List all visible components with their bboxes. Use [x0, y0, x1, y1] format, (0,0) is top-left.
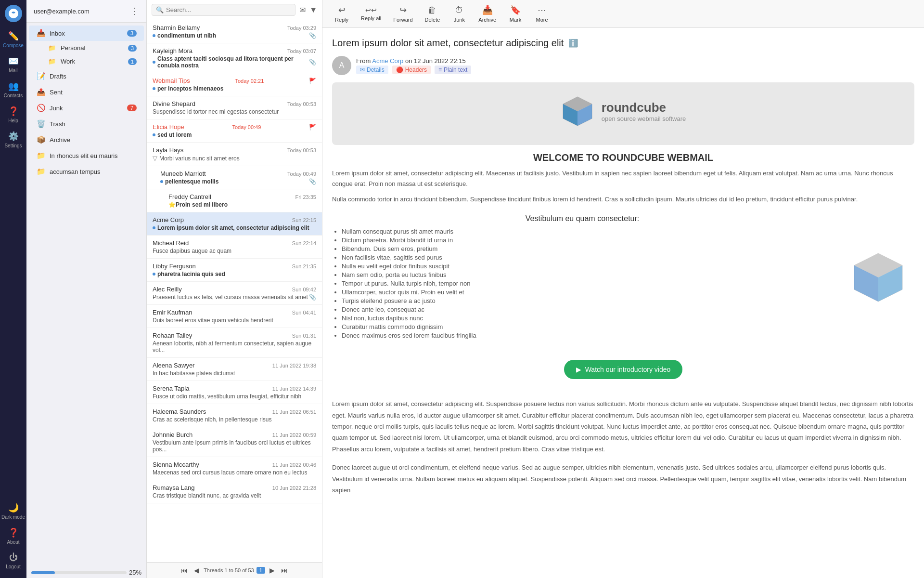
- details-tag[interactable]: ✉ Details: [356, 66, 388, 74]
- sidebar-item-inbox[interactable]: 📥 Inbox 3: [29, 26, 144, 41]
- list-item[interactable]: Elicia Hope Today 00:49 🚩 sed ut lorem: [147, 119, 322, 143]
- list-item: Curabitur mattis commodo dignissim: [342, 323, 833, 330]
- darkmode-icon: 🌙: [8, 502, 19, 513]
- email-date: 10 Jun 2022 21:28: [272, 485, 316, 491]
- email-sender: Libby Ferguson: [153, 263, 196, 270]
- email-sender: Elicia Hope: [153, 123, 184, 131]
- headers-tag[interactable]: 🔴 Headers: [392, 66, 431, 74]
- list-item[interactable]: Sienna Mccarthy 11 Jun 2022 00:46 Maecen…: [147, 457, 322, 480]
- list-item[interactable]: Johnnie Burch 11 Jun 2022 00:59 Vestibul…: [147, 427, 322, 457]
- sidebar-item-logout[interactable]: ⏻ Logout: [1, 549, 25, 573]
- list-item[interactable]: Aleena Sawyer 11 Jun 2022 19:38 In hac h…: [147, 358, 322, 381]
- forward-label: Forward: [393, 17, 412, 23]
- list-dropdown-button[interactable]: ▼: [309, 6, 317, 14]
- sidebar-item-junk[interactable]: 🚫 Junk 7: [29, 100, 144, 116]
- junk-label: Junk: [50, 105, 123, 112]
- email-sender: Aleena Sawyer: [153, 362, 194, 369]
- about-icon: ❓: [8, 527, 19, 538]
- reply-all-button[interactable]: ↩↩ Reply all: [356, 4, 386, 24]
- sidebar-item-darkmode[interactable]: 🌙 Dark mode: [1, 499, 25, 524]
- sidebar: ✏️ Compose ✉️ Mail 👥 Contacts ❓ Help ⚙️ …: [0, 0, 26, 578]
- list-item: Dictum pharetra. Morbi blandit id urna i…: [342, 236, 833, 244]
- sidebar-item-about[interactable]: ❓ About: [1, 524, 25, 549]
- mark-button[interactable]: 🔖 Mark: [503, 2, 527, 25]
- forward-button[interactable]: ↪ Forward: [388, 2, 417, 25]
- reply-all-label: Reply all: [361, 15, 381, 21]
- email-sender: Divine Shepard: [153, 100, 195, 107]
- sidebar-item-compose[interactable]: ✏️ Compose: [0, 27, 26, 52]
- email-date: Today 02:21: [235, 78, 264, 84]
- email-subject: Class aptent taciti sociosqu ad litora t…: [157, 55, 309, 69]
- search-input[interactable]: [166, 6, 291, 13]
- work-folder-icon: 📁: [48, 58, 57, 65]
- reply-button[interactable]: ↩ Reply: [330, 2, 354, 25]
- sidebar-item-drafts[interactable]: 📝 Drafts: [29, 68, 144, 84]
- sidebar-item-help[interactable]: ❓ Help: [0, 102, 26, 127]
- list-item[interactable]: Serena Tapia 11 Jun 2022 14:39 Fusce ut …: [147, 381, 322, 404]
- last-page-button[interactable]: ⏭: [279, 565, 290, 575]
- personal-folder-icon: 📁: [48, 44, 57, 52]
- body-para-2: Nulla commodo tortor in arcu tincidunt b…: [332, 194, 914, 205]
- search-box[interactable]: 🔍: [152, 4, 295, 16]
- list-item[interactable]: Emir Kaufman Sun 04:41 Duis laoreet eros…: [147, 305, 322, 328]
- trash-icon: 🗑️: [36, 119, 46, 128]
- watch-video-button[interactable]: ▶ Watch our introductory video: [564, 360, 683, 379]
- plain-tag[interactable]: ≡ Plain text: [435, 66, 471, 74]
- list-item[interactable]: Haleema Saunders 11 Jun 2022 06:51 Cras …: [147, 404, 322, 427]
- sidebar-item-rhoncus[interactable]: 📁 In rhoncus elit eu mauris: [29, 148, 144, 163]
- list-item[interactable]: Rohaan Talley Sun 01:31 Aenean lobortis,…: [147, 328, 322, 358]
- list-item[interactable]: Kayleigh Mora Today 03:07 Class aptent t…: [147, 43, 322, 73]
- list-item[interactable]: Freddy Cantrell Fri 23:35 ⭐ Proin sed mi…: [147, 189, 322, 212]
- contacts-icon: 👥: [8, 81, 19, 92]
- list-item[interactable]: Micheal Reid Sun 22:14 Fusce dapibus aug…: [147, 236, 322, 259]
- sidebar-item-accumsan[interactable]: 📁 accumsan tempus: [29, 164, 144, 179]
- list-item[interactable]: Rumaysa Lang 10 Jun 2022 21:28 Cras tris…: [147, 480, 322, 503]
- thread-expand-icon[interactable]: ▽: [153, 155, 157, 162]
- list-item[interactable]: Sharmin Bellamy Today 03:29 condimentum …: [147, 20, 322, 43]
- list-item[interactable]: Webmail Tips Today 02:21 🚩 per inceptos …: [147, 73, 322, 96]
- list-item[interactable]: Acme Corp Sun 22:15 Lorem ipsum dolor si…: [147, 212, 322, 236]
- sidebar-item-work[interactable]: 📁 Work 1: [29, 55, 144, 68]
- email-date: Today 03:29: [287, 25, 316, 31]
- email-sender: Layla Hays: [153, 146, 183, 154]
- list-item[interactable]: Libby Ferguson Sun 21:35 pharetra lacini…: [147, 259, 322, 282]
- nav-more-button[interactable]: ⋮: [130, 6, 139, 16]
- from-name[interactable]: Acme Corp: [372, 57, 403, 65]
- search-icon: 🔍: [156, 6, 164, 13]
- sidebar-item-settings[interactable]: ⚙️ Settings: [0, 127, 26, 152]
- email-subject-header: Lorem ipsum dolor sit amet, consectetur …: [332, 38, 914, 49]
- sidebar-item-sent[interactable]: 📤 Sent: [29, 84, 144, 100]
- email-subject: Morbi varius nunc sit amet eros: [159, 155, 240, 162]
- plain-label: Plain text: [444, 66, 467, 73]
- cube-image-icon: [849, 249, 907, 306]
- archive-button[interactable]: 📥 Archive: [474, 2, 501, 25]
- next-page-button[interactable]: ▶: [268, 565, 277, 575]
- list-item[interactable]: Layla Hays Today 00:53 ▽ Morbi varius nu…: [147, 143, 322, 166]
- first-page-button[interactable]: ⏮: [179, 565, 190, 575]
- email-content-panel: ↩ Reply ↩↩ Reply all ↪ Forward 🗑 Delete …: [322, 0, 924, 578]
- sidebar-item-mail[interactable]: ✉️ Mail: [0, 52, 26, 77]
- junk-button[interactable]: ⏱ Junk: [447, 3, 471, 25]
- email-subject: Vestibulum ante ipsum primis in faucibus…: [153, 439, 316, 453]
- work-label: Work: [61, 58, 124, 65]
- sidebar-item-contacts[interactable]: 👥 Contacts: [0, 77, 26, 102]
- list-options-button[interactable]: ✉: [299, 5, 306, 14]
- email-date: Sun 21:35: [292, 263, 316, 269]
- prev-page-button[interactable]: ◀: [192, 565, 201, 575]
- sidebar-item-trash[interactable]: 🗑️ Trash: [29, 116, 144, 131]
- delete-label: Delete: [425, 17, 440, 23]
- list-item[interactable]: Divine Shepard Today 00:53 Suspendisse i…: [147, 96, 322, 119]
- welcome-title: WELCOME TO ROUNDCUBE WEBMAIL: [332, 152, 914, 163]
- list-item[interactable]: Muneeb Marriott Today 00:49 pellentesque…: [147, 166, 322, 189]
- watch-video-label: Watch our introductory video: [585, 366, 671, 373]
- delete-button[interactable]: 🗑 Delete: [420, 3, 445, 25]
- trash-label: Trash: [50, 120, 137, 128]
- archive-icon: 📦: [36, 135, 46, 144]
- sidebar-item-archive[interactable]: 📦 Archive: [29, 132, 144, 147]
- list-item[interactable]: Alec Reilly Sun 09:42 Praesent luctus ex…: [147, 282, 322, 305]
- flag-icon: 🚩: [309, 78, 316, 84]
- more-button[interactable]: ⋯ More: [530, 2, 554, 25]
- sidebar-item-personal[interactable]: 📁 Personal 3: [29, 41, 144, 54]
- list-item: Nam sem odio, porta eu luctus finibus: [342, 271, 833, 278]
- archive-toolbar-icon: 📥: [482, 5, 493, 15]
